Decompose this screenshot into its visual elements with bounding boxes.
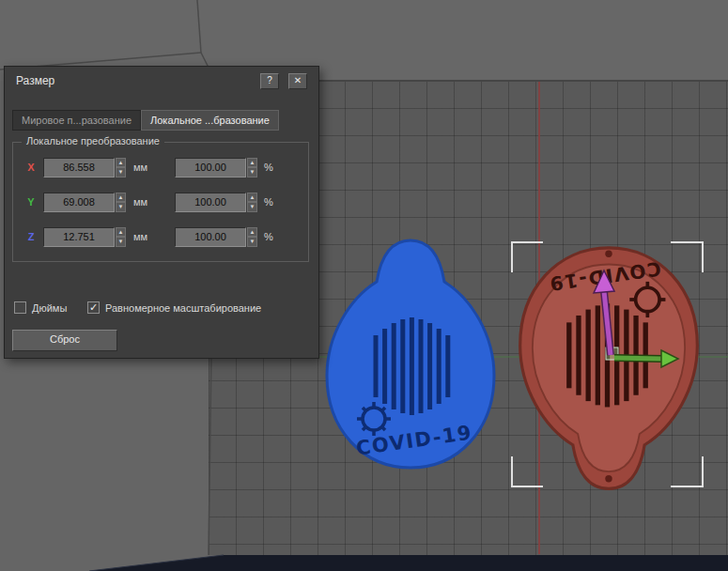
inches-checkbox-box[interactable] [14,301,26,314]
y-percent-unit: % [264,196,273,208]
spinner-up-icon[interactable]: ▲ [116,158,126,168]
spinner-down-icon[interactable]: ▼ [247,167,257,177]
inches-checkbox-label: Дюймы [32,302,67,314]
x-percent-unit: % [264,162,273,173]
dialog-title: Размер [16,74,54,87]
spinner-down-icon[interactable]: ▼ [116,202,126,212]
z-row: Z 12.751 ▲ ▼ мм 100.00 ▲ ▼ % [19,226,304,247]
z-percent-input[interactable]: 100.00 [175,227,246,247]
spinner-up-icon[interactable]: ▲ [247,158,257,168]
gizmo-right-arrow-shaft[interactable] [614,358,661,359]
spinner-down-icon[interactable]: ▼ [116,167,126,177]
z-axis-label: Z [19,231,43,242]
spinner-up-icon[interactable]: ▲ [247,227,257,238]
x-mm-unit: мм [133,162,156,173]
spinner-up-icon[interactable]: ▲ [116,227,126,238]
y-mm-unit: мм [133,196,156,208]
y-row: Y 69.008 ▲ ▼ мм 100.00 ▲ ▼ % [19,192,304,212]
y-mm-input[interactable]: 69.008 [43,193,115,212]
inches-checkbox[interactable]: Дюймы [14,301,67,314]
z-percent-spinner[interactable]: ▲ ▼ [246,227,257,247]
local-transform-group: Локальное преобразование X 86.558 ▲ ▼ мм… [12,142,309,262]
x-percent-spinner[interactable]: ▲ ▼ [246,158,257,177]
uniform-scaling-checkbox-label: Равномерное масштабирование [105,302,261,314]
z-percent-unit: % [264,231,273,242]
model-blue-mask[interactable]: COVID-19 [327,240,494,468]
spinner-down-icon[interactable]: ▼ [116,237,126,247]
z-mm-input[interactable]: 12.751 [43,227,115,247]
reset-button[interactable]: Сброс [12,330,117,351]
x-mm-input[interactable]: 86.558 [43,158,115,177]
uniform-scaling-checkbox-box[interactable]: ✓ [87,301,100,314]
spinner-up-icon[interactable]: ▲ [116,193,126,203]
spinner-down-icon[interactable]: ▼ [247,237,257,247]
spinner-up-icon[interactable]: ▲ [247,193,257,203]
help-button[interactable]: ? [260,73,279,89]
y-percent-spinner[interactable]: ▲ ▼ [246,193,257,212]
y-mm-spinner[interactable]: ▲ ▼ [115,193,126,212]
x-axis-label: X [19,162,43,173]
y-axis-label: Y [19,196,43,208]
spinner-down-icon[interactable]: ▼ [247,202,257,212]
plate-front-face [89,555,728,571]
x-row: X 86.558 ▲ ▼ мм 100.00 ▲ ▼ % [19,157,304,177]
y-percent-input[interactable]: 100.00 [175,193,246,212]
x-mm-spinner[interactable]: ▲ ▼ [115,158,126,177]
x-percent-input[interactable]: 100.00 [175,158,246,177]
transform-tabs: Мировое п...разование Локальное ...бразо… [12,110,279,131]
z-mm-unit: мм [133,231,156,242]
tab-world-transform[interactable]: Мировое п...разование [12,110,141,131]
size-dialog: Размер ? ✕ Мировое п...разование Локальн… [4,66,319,359]
checkmark-icon: ✓ [88,302,99,313]
z-mm-spinner[interactable]: ▲ ▼ [115,227,126,247]
close-button[interactable]: ✕ [288,73,307,89]
blue-mask-vent-slats [374,317,451,415]
group-title: Локальное преобразование [22,135,164,147]
tab-local-transform[interactable]: Локальное ...бразование [141,110,279,131]
uniform-scaling-checkbox[interactable]: ✓ Равномерное масштабирование [87,301,261,314]
